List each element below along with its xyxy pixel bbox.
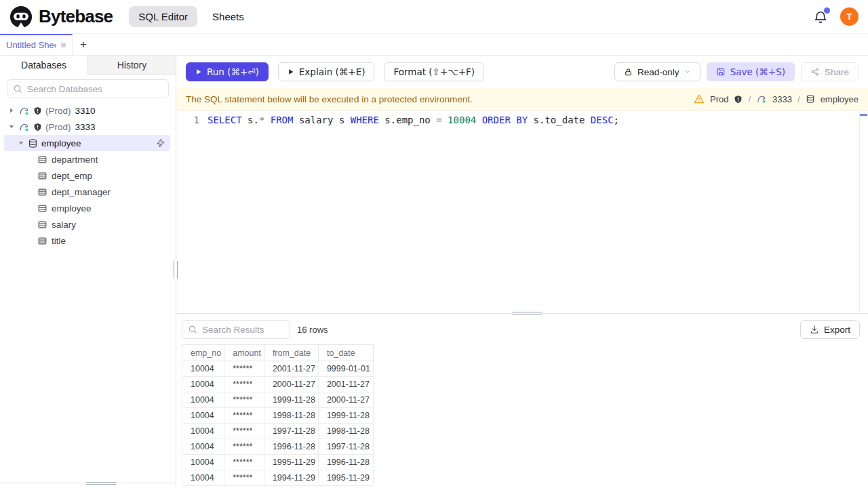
save-icon	[716, 67, 726, 77]
sidebar: Databases History (Prod) 3310	[0, 56, 176, 488]
result-cell: 2000-11-27	[264, 377, 318, 392]
sidebar-table-label: department	[52, 155, 98, 165]
result-row: 10004 ****** 1997-11-28 1998-11-28	[182, 424, 374, 439]
notification-badge	[824, 7, 830, 14]
sidebar-table-item[interactable]: department	[0, 151, 176, 167]
toolbar-right: Read-only Save (⌘+S) Share	[614, 62, 859, 81]
split-drag-handle[interactable]	[512, 312, 542, 314]
result-cell: ******	[224, 392, 264, 408]
run-button[interactable]: Run (⌘+⏎)	[186, 62, 269, 81]
sql-code-line: 1 SELECT s.* FROM salary s WHERE s.emp_n…	[176, 114, 859, 127]
results-search-input[interactable]	[202, 325, 284, 335]
nav-sql-editor[interactable]: SQL Editor	[129, 6, 197, 27]
table-icon	[37, 155, 47, 165]
result-cell: 1999-11-28	[264, 392, 318, 408]
explain-button[interactable]: Explain (⌘+E)	[278, 62, 375, 81]
result-row: 10004 ****** 2000-11-27 2001-11-27	[182, 377, 374, 392]
result-table-wrap: emp_noamountfrom_dateto_date 10004 *****…	[182, 344, 868, 486]
search-icon	[188, 325, 197, 334]
readonly-mode-dropdown[interactable]: Read-only	[614, 62, 701, 81]
lock-icon	[624, 68, 633, 77]
result-row: 10004 ****** 1995-11-29 1996-11-28	[182, 455, 374, 470]
download-icon	[810, 325, 819, 334]
tab-databases[interactable]: Databases	[0, 56, 87, 75]
sidebar-instance-3333[interactable]: (Prod) 3333	[0, 119, 176, 135]
bytebase-logo-icon	[9, 5, 33, 28]
result-cell: 10004	[182, 455, 224, 470]
notifications-button[interactable]	[813, 9, 828, 24]
sidebar-hscroll-handle[interactable]	[86, 482, 116, 485]
nav-sheets[interactable]: Sheets	[212, 11, 244, 22]
sidebar-table-label: dept_manager	[52, 187, 111, 197]
bytebase-logo[interactable]: Bytebase	[9, 5, 113, 28]
table-list: department dept_emp dept_manager employe…	[0, 151, 176, 249]
editor-minimap[interactable]	[859, 110, 868, 312]
sidebar-table-item[interactable]: title	[0, 232, 176, 249]
sidebar-resize-handle[interactable]	[174, 261, 178, 279]
result-row: 10004 ****** 1996-11-28 1997-11-28	[182, 439, 374, 455]
result-cell: 1998-11-28	[318, 424, 373, 439]
environment-label: Prod	[710, 94, 728, 104]
user-avatar[interactable]: T	[840, 7, 859, 26]
sidebar-table-item[interactable]: dept_emp	[0, 167, 176, 184]
connect-bolt-icon[interactable]	[156, 138, 165, 148]
mysql-instance-icon	[18, 105, 30, 117]
results-header: 16 rows Export	[182, 320, 863, 339]
sidebar-database-employee[interactable]: employee	[4, 135, 170, 151]
result-row: 10004 ****** 1994-11-29 1995-11-29	[182, 470, 374, 486]
result-table: emp_noamountfrom_dateto_date 10004 *****…	[182, 344, 374, 486]
share-icon	[810, 67, 820, 77]
play-icon	[195, 68, 202, 75]
play-icon	[288, 68, 294, 75]
instance-name-label: 3310	[75, 106, 96, 116]
table-icon	[37, 220, 47, 230]
sheet-tab-untitled[interactable]: Untitled Sheet	[0, 34, 73, 55]
column-header: to_date	[318, 345, 373, 361]
sidebar-instance-3310[interactable]: (Prod) 3310	[0, 102, 176, 119]
brand-name: Bytebase	[39, 6, 113, 27]
save-button[interactable]: Save (⌘+S)	[707, 62, 795, 81]
result-cell: 10004	[182, 470, 224, 486]
column-header: from_date	[264, 345, 318, 361]
minimap-line-marker	[860, 114, 867, 116]
result-cell: 10004	[182, 392, 224, 408]
results-panel: 16 rows Export emp_noamountfrom_dateto_d…	[176, 316, 868, 488]
new-sheet-tab-button[interactable]: +	[73, 34, 94, 55]
result-cell: ******	[224, 377, 264, 392]
result-cell: 2001-11-27	[264, 361, 318, 377]
main-panel: Run (⌘+⏎) Explain (⌘+E) Format (⇧+⌥+F) R…	[176, 56, 868, 488]
result-cell: 1995-11-29	[318, 470, 373, 486]
result-cell: 10004	[182, 439, 224, 455]
results-search-box	[182, 320, 290, 339]
database-icon	[806, 94, 815, 104]
line-number: 1	[176, 114, 205, 127]
database-icon	[28, 138, 38, 148]
result-cell: ******	[224, 424, 264, 439]
connection-breadcrumb: Prod / 3333 / employee	[694, 94, 859, 104]
top-bar: Bytebase SQL Editor Sheets T	[0, 0, 868, 34]
mysql-instance-icon	[18, 121, 30, 133]
tab-history[interactable]: History	[87, 56, 176, 75]
export-button[interactable]: Export	[800, 320, 860, 339]
result-cell: 9999-01-01	[318, 361, 373, 377]
result-row: 10004 ****** 2001-11-27 9999-01-01	[182, 361, 374, 377]
database-name-label: employee	[41, 138, 81, 148]
table-icon	[37, 236, 47, 246]
database-search-input[interactable]	[27, 84, 163, 94]
caret-down-icon	[18, 140, 24, 146]
result-cell: ******	[224, 361, 264, 377]
format-button[interactable]: Format (⇧+⌥+F)	[384, 62, 484, 81]
instance-env-label: (Prod)	[45, 106, 71, 116]
sidebar-table-item[interactable]: salary	[0, 216, 176, 232]
sql-statement: SELECT s.* FROM salary s WHERE s.emp_no …	[208, 114, 619, 127]
share-button[interactable]: Share	[801, 62, 859, 81]
protected-environment-banner: The SQL statement below will be executed…	[176, 88, 868, 110]
sidebar-tabs: Databases History	[0, 56, 176, 75]
table-icon	[37, 187, 47, 197]
result-cell: ******	[224, 470, 264, 486]
sidebar-table-item[interactable]: employee	[0, 200, 176, 216]
search-icon	[13, 84, 22, 94]
panel-split-divider[interactable]	[176, 312, 868, 316]
sql-editor-area[interactable]: 1 SELECT s.* FROM salary s WHERE s.emp_n…	[176, 110, 868, 312]
sidebar-table-item[interactable]: dept_manager	[0, 184, 176, 200]
